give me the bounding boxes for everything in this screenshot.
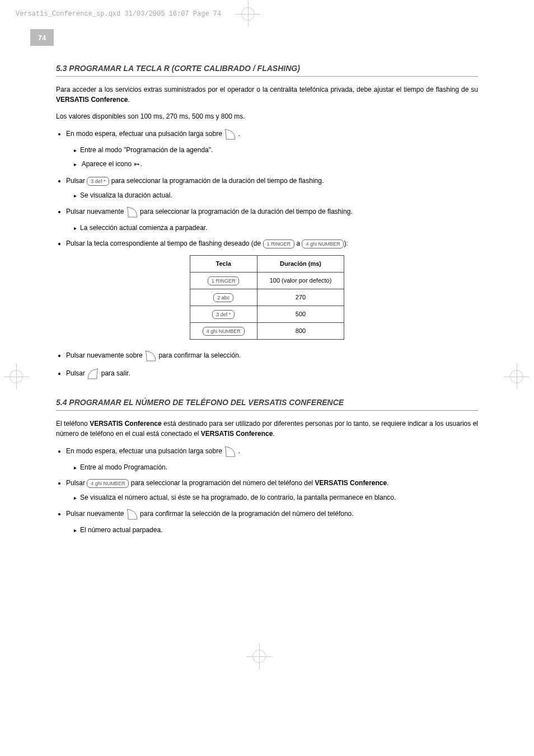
text: En modo espera, efectuar una pulsación l… — [66, 447, 224, 455]
section-5-3-heading: 5.3 PROGRAMAR LA TECLA R (CORTE CALIBRAD… — [56, 63, 478, 77]
menu-key-icon — [126, 206, 138, 218]
list-item: Pulsar 4 ghi NUMBER para seleccionar la … — [66, 478, 478, 503]
sub-item: Entre al modo "Programación de la agenda… — [74, 145, 478, 155]
registration-mark-left — [3, 364, 29, 389]
text: para seleccionar la programación del núm… — [129, 479, 315, 487]
product-name: VERSATIS Conference — [90, 420, 162, 428]
list-item: Pulsar nuevamente sobre para confirmar l… — [66, 350, 478, 362]
cell: 500 — [257, 306, 344, 322]
table-row: 2 abc 270 — [190, 289, 344, 306]
list-item: Pulsar 3 def * para seleccionar la progr… — [66, 176, 478, 200]
list-item: Pulsar para salir. — [66, 368, 478, 380]
table-row: 3 def * 500 — [190, 306, 344, 322]
list-item: Pulsar nuevamente para confirmar la sele… — [66, 508, 478, 535]
product-name: VERSATIS Conference — [201, 430, 273, 438]
text: . — [128, 96, 129, 104]
cell: 800 — [257, 322, 344, 339]
section-5-3-intro: Para acceder a los servicios extras sumi… — [56, 84, 478, 105]
registration-mark-bottom — [246, 644, 272, 669]
sub-item: Entre al modo Programación. — [74, 462, 478, 472]
section-5-3-values: Los valores disponibles son 100 ms, 270 … — [56, 111, 478, 121]
text: Pulsar — [66, 479, 87, 487]
list-item: En modo espera, efectuar una pulsación l… — [66, 445, 478, 472]
text: Pulsar — [66, 177, 87, 185]
key-4-icon: 4 ghi NUMBER — [302, 240, 344, 248]
product-name: VERSATIS Conference — [315, 479, 387, 487]
sub-item: Aparece el icono ➳. — [74, 158, 478, 170]
text: para salir. — [101, 369, 130, 377]
sub-item: Se visualiza el número actual, si éste s… — [74, 492, 478, 503]
text: Pulsar la tecla correspondiente al tiemp… — [66, 240, 263, 247]
sub-item: Se visualiza la duración actual. — [74, 190, 478, 200]
key-2-icon: 2 abc — [213, 293, 233, 302]
table-row: 4 ghi NUMBER 800 — [190, 322, 344, 339]
menu-key-icon — [224, 445, 236, 458]
text: Pulsar nuevamente — [66, 208, 126, 215]
registration-mark-right — [504, 364, 530, 389]
text: Pulsar nuevamente — [66, 510, 126, 518]
menu-key-icon — [144, 350, 157, 362]
send-arrow-icon: ➳ — [133, 158, 140, 170]
menu-key-icon — [126, 508, 138, 520]
exit-key-icon — [87, 368, 99, 380]
registration-mark-top — [235, 1, 261, 27]
text: . — [273, 430, 274, 438]
text: Pulsar — [66, 369, 87, 377]
list-item: Pulsar la tecla correspondiente al tiemp… — [66, 238, 478, 248]
text: para seleccionar la programación de la d… — [140, 208, 353, 215]
text: para seleccionar la programación de la d… — [109, 177, 324, 185]
text: Pulsar nuevamente sobre — [66, 351, 144, 359]
flashing-duration-table: Tecla Duración (ms) 1 RINGER 100 (valor … — [190, 255, 345, 340]
list-item: Pulsar nuevamente para seleccionar la pr… — [66, 206, 478, 233]
key-3-icon: 3 def * — [87, 177, 109, 186]
key-1-icon: 1 RINGER — [263, 240, 295, 248]
sub-item: La selección actual comienza a parpadear… — [74, 223, 478, 233]
sub-item: El número actual parpadea. — [74, 525, 478, 535]
text: En modo espera, efectuar una pulsación l… — [66, 130, 224, 138]
text: a — [294, 240, 302, 247]
key-1-icon: 1 RINGER — [208, 276, 240, 285]
text: Aparece el icono — [82, 160, 134, 168]
table-header: Duración (ms) — [257, 256, 344, 273]
prepress-header: Versatis_Conference_sp.qxd 31/03/2005 16… — [0, 0, 534, 18]
text: Para acceder a los servicios extras sumi… — [56, 86, 478, 93]
text: para confirmar la selección de la progra… — [140, 510, 354, 518]
key-4-icon: 4 ghi NUMBER — [203, 327, 245, 336]
product-name: VERSATIS Conference — [56, 96, 128, 104]
key-4-icon: 4 ghi NUMBER — [87, 479, 129, 488]
text: para confirmar la selección. — [158, 351, 241, 359]
text: . — [140, 160, 142, 168]
text: El teléfono — [56, 420, 90, 428]
page-number: 74 — [30, 29, 54, 46]
list-item: En modo espera, efectuar una pulsación l… — [66, 128, 478, 170]
cell: 270 — [257, 289, 344, 306]
table-row: 1 RINGER 100 (valor por defecto) — [190, 272, 344, 289]
section-5-4-heading: 5.4 PROGRAMAR EL NÚMERO DE TELÉFONO DEL … — [56, 397, 478, 411]
cell: 100 (valor por defecto) — [257, 272, 344, 289]
section-5-4-intro: El teléfono VERSATIS Conference está des… — [56, 419, 478, 439]
menu-key-icon — [224, 128, 236, 140]
text: . — [387, 479, 388, 487]
key-3-icon: 3 def * — [212, 310, 235, 319]
table-header: Tecla — [190, 256, 257, 273]
text: ): — [344, 240, 348, 247]
